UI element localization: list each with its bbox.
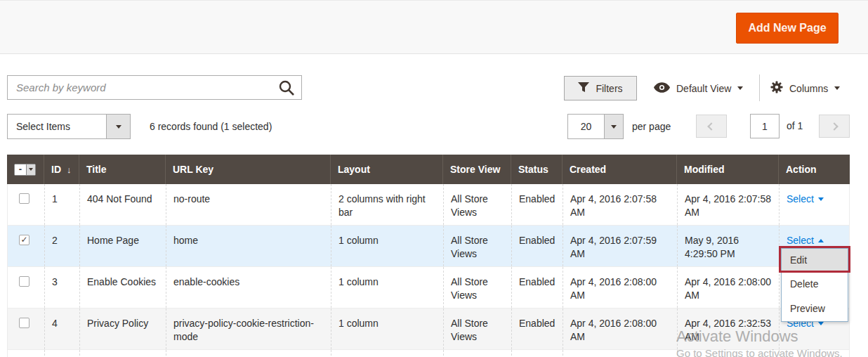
cell-store-view: All Store Views [443, 309, 511, 349]
cell-modified: Apr 4, 2016 2:07:58 AM [677, 184, 779, 225]
cell-id: 1 [44, 184, 79, 225]
cell-created: Apr 4, 2016 2:08:00 AM [563, 309, 677, 349]
cell-store-view: All Store Views [443, 226, 511, 266]
per-page-value: 20 [568, 115, 604, 138]
search-input[interactable] [8, 76, 301, 99]
row-checkbox-checked[interactable]: ✓ [19, 235, 29, 245]
table-row[interactable]: 1 404 Not Found no-route 2 columns with … [7, 184, 850, 226]
cms-pages-grid: - ID ↓ Title URL Key Layout Store View S… [7, 155, 850, 357]
cell-status: Enabled [511, 267, 563, 308]
column-header-modified[interactable]: Modified [676, 155, 778, 184]
eye-icon [654, 82, 670, 95]
cell-title: Privacy Policy [79, 309, 166, 349]
filters-button[interactable]: Filters [564, 76, 637, 100]
cell-created: Apr 4, 2016 2:08:00 AM [563, 267, 677, 308]
columns-control[interactable]: Columns [770, 76, 840, 100]
table-row[interactable]: ✓ 2 Home Page home 1 column All Store Vi… [7, 226, 850, 267]
column-header-url-key[interactable]: URL Key [165, 155, 330, 184]
chevron-down-icon [818, 197, 824, 201]
per-page-label: per page [632, 114, 671, 139]
column-header-title[interactable]: Title [79, 155, 165, 184]
cell-title: Home Page [79, 226, 166, 266]
column-header-action: Action [778, 155, 850, 184]
cell-layout: 2 columns with right bar [331, 184, 443, 225]
cell-modified: May 9, 2016 4:29:50 PM [677, 226, 779, 266]
column-header-layout[interactable]: Layout [330, 155, 442, 184]
menu-item-preview[interactable]: Preview [782, 297, 848, 321]
view-switcher-label: Default View [676, 83, 731, 94]
chevron-down-icon [737, 86, 743, 90]
next-page-button[interactable] [819, 115, 850, 138]
row-checkbox[interactable] [19, 276, 29, 287]
select-action-link[interactable]: Select [787, 193, 824, 206]
cell-title: Enable Cookies [79, 267, 166, 308]
add-new-page-button[interactable]: Add New Page [736, 13, 839, 44]
row-checkbox[interactable] [19, 193, 29, 204]
column-header-status[interactable]: Status [511, 155, 562, 184]
row-checkbox[interactable] [19, 318, 29, 328]
cell-status: Enabled [511, 184, 563, 225]
records-count: 6 records found (1 selected) [150, 114, 272, 139]
cell-layout: 1 column [331, 226, 443, 266]
activate-windows-watermark: Activate Windows [676, 327, 798, 346]
cell-id: 4 [44, 309, 79, 349]
column-header-id[interactable]: ID ↓ [44, 155, 79, 184]
menu-item-edit[interactable]: Edit [782, 249, 848, 272]
cell-store-view: All Store Views [443, 267, 511, 308]
chevron-up-icon [818, 239, 824, 242]
chevron-right-icon [830, 122, 838, 130]
toolbar-divider [759, 74, 760, 101]
chevron-left-icon [707, 122, 715, 130]
chevron-down-icon [834, 86, 840, 90]
cell-layout: 1 column [331, 267, 443, 308]
per-page-caret[interactable] [604, 115, 623, 138]
activate-windows-hint: Go to Settings to activate Windows. [676, 347, 843, 357]
cell-layout: 1 column [331, 309, 443, 349]
select-all-dropdown[interactable]: - [14, 164, 36, 176]
view-switcher[interactable]: Default View [654, 76, 743, 100]
cell-id: 2 [44, 226, 79, 266]
mass-action-label: Select Items [8, 115, 106, 138]
select-all-caret[interactable] [26, 164, 35, 175]
action-dropdown-menu: Edit Delete Preview [781, 248, 848, 322]
cell-modified: Apr 4, 2016 2:08:00 AM [677, 267, 779, 308]
keyword-search [7, 75, 302, 100]
select-action-link-open[interactable]: Select [787, 234, 824, 247]
cell-store-view: All Store Views [443, 184, 511, 225]
columns-control-label: Columns [789, 83, 828, 94]
column-header-created[interactable]: Created [562, 155, 676, 184]
filters-label: Filters [596, 83, 622, 94]
current-page-input[interactable] [750, 114, 780, 138]
select-all-checkbox[interactable]: - [15, 164, 26, 175]
per-page-select[interactable]: 20 [567, 114, 624, 139]
previous-page-button[interactable] [696, 115, 727, 138]
cell-created: Apr 4, 2016 2:07:59 AM [563, 226, 677, 266]
column-header-store-view[interactable]: Store View [442, 155, 511, 184]
chevron-down-icon [818, 322, 824, 325]
funnel-icon [578, 82, 589, 94]
mass-action-select[interactable]: Select Items [7, 114, 131, 139]
cell-url-key: no-route [166, 184, 331, 225]
sort-descending-icon: ↓ [67, 164, 72, 175]
cell-created: Apr 4, 2016 2:07:58 AM [563, 184, 677, 225]
gear-icon [770, 81, 783, 96]
cell-title: 404 Not Found [79, 184, 166, 225]
menu-item-delete[interactable]: Delete [782, 272, 848, 297]
cell-status: Enabled [511, 226, 563, 266]
cell-url-key: home [166, 226, 331, 266]
cell-status: Enabled [511, 309, 563, 349]
mass-action-caret[interactable] [106, 115, 130, 138]
select-all-header-cell: - [7, 155, 44, 184]
cell-url-key: privacy-policy-cookie-restriction-mode [166, 309, 331, 349]
search-icon[interactable] [276, 79, 297, 96]
cell-id: 3 [44, 267, 79, 308]
cell-url-key: enable-cookies [166, 267, 331, 308]
table-row[interactable]: 3 Enable Cookies enable-cookies 1 column… [7, 267, 850, 309]
grid-header-row: - ID ↓ Title URL Key Layout Store View S… [7, 155, 850, 184]
total-pages-label: of 1 [787, 114, 803, 138]
